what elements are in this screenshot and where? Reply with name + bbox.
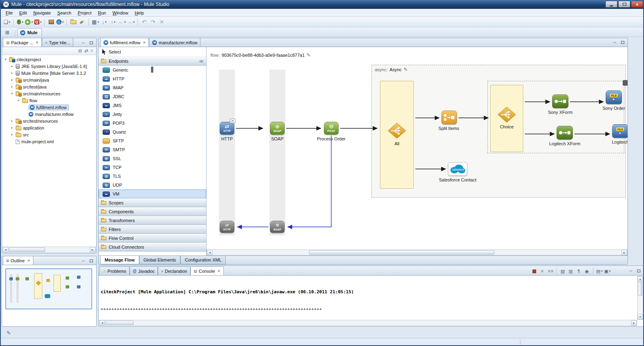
tree-item-manufacturer-mflow[interactable]: Mmanufacturer.mflow [2, 111, 96, 117]
maximize-view-icon[interactable] [88, 258, 95, 264]
expander-icon[interactable]: ▾ [10, 92, 14, 95]
tree-item-mule-runtime[interactable]: ▸Mule Runtime [Mule Server 3.1.2 [2, 70, 96, 76]
scroll-left-arrow[interactable]: ◄ [3, 247, 8, 252]
palette-category-filters[interactable]: Filters [99, 225, 206, 234]
split-items-node[interactable] [442, 111, 457, 124]
palette-category-scopes[interactable]: Scopes [99, 198, 206, 207]
tree-item-citeckproject[interactable]: ▾citeckproject [2, 56, 96, 63]
menu-edit[interactable]: Edit [16, 10, 30, 16]
palette-item-http[interactable]: HTTP [99, 74, 206, 83]
menu-help[interactable]: Help [132, 10, 147, 16]
palette-item-udp[interactable]: UDP [99, 181, 206, 189]
clear-console-icon[interactable]: ▧ [559, 268, 566, 274]
scrollbar-thumb[interactable] [105, 321, 134, 325]
palette-category-flow-control[interactable]: Flow Control [99, 234, 206, 243]
palette-item-quartz[interactable]: Quartz [99, 128, 206, 136]
close-tab-icon[interactable]: ✕ [27, 259, 30, 263]
palette-select-tool[interactable]: Select [99, 47, 206, 57]
tab-package-explorer[interactable]: ▤ Package ... ✕ [3, 38, 42, 47]
canvas-hscrollbar[interactable]: ◄ ► [206, 249, 627, 255]
delete-button[interactable]: ✕ [158, 18, 166, 27]
open-perspective-icon[interactable]: ⊞ [3, 29, 11, 37]
all-router-icon[interactable] [388, 123, 406, 139]
open-console-icon[interactable]: ▣▾ [604, 268, 611, 274]
menu-run[interactable]: Run [95, 10, 109, 16]
tab-global-elements[interactable]: Global Elements [139, 256, 181, 264]
pin-console-icon[interactable]: ◉ [583, 268, 590, 274]
tab-problems[interactable]: ⚠ Problems [99, 266, 130, 275]
debug-button[interactable]: ▾ [16, 18, 24, 27]
minimize-view-icon[interactable]: ─ [80, 258, 87, 264]
palette-category-endpoints[interactable]: Endpoints ≪ [99, 57, 206, 66]
console-vscrollbar[interactable]: ▲ ▼ [637, 276, 643, 320]
logitech-xform-node[interactable] [557, 126, 573, 140]
scroll-down-arrow[interactable]: ▼ [638, 314, 643, 319]
palette-category-cloud-connectors[interactable]: Cloud Connectors [99, 243, 206, 251]
scrollbar-thumb[interactable] [9, 247, 45, 252]
process-order-node[interactable]: ⚙ POJO [324, 122, 339, 135]
menu-project[interactable]: Project [74, 10, 95, 16]
soap-response-node[interactable]: ⊕ SOAP [270, 221, 285, 233]
tree-item-src-test-resources[interactable]: ▸src/test/resources [2, 117, 96, 124]
tab-message-flow[interactable]: Message Flow [100, 256, 139, 264]
http-response-node[interactable]: ⇄ HTTP [220, 221, 234, 233]
tree-item-mule-project-xml[interactable]: mule-project.xml [2, 138, 96, 145]
flow-canvas[interactable]: flow: 903675c0-be88-4db3-a0e9-faaae1c877… [206, 47, 627, 249]
palette-item-jdbc[interactable]: JDBC [99, 92, 206, 101]
palette-item-pop3[interactable]: POP3 [99, 119, 206, 128]
palette-item-smtp[interactable]: SMTP [99, 145, 206, 154]
expander-icon[interactable]: ▸ [10, 78, 14, 82]
terminate-icon[interactable] [530, 268, 538, 274]
tab-fufillment-mflow[interactable]: M fufillment.mflow ✕ [100, 38, 149, 47]
close-window-button[interactable]: × [631, 1, 643, 8]
palette-item-tls[interactable]: TLS [99, 172, 206, 181]
maximize-view-icon[interactable] [636, 268, 642, 274]
next-annotation-button[interactable]: ↓▾ [100, 18, 108, 27]
redo-button[interactable]: ↷ [149, 18, 157, 27]
palette-item-vm[interactable]: VM [99, 189, 206, 198]
scrollbar-thumb[interactable] [309, 250, 494, 255]
mule-perspective-button[interactable]: M Mule [17, 28, 42, 37]
package-explorer-hscrollbar[interactable]: ◄ ► [2, 247, 96, 253]
palette-category-transformers[interactable]: Transformers [99, 216, 206, 225]
minimize-view-icon[interactable]: ─ [80, 40, 87, 45]
maximize-window-button[interactable] [618, 1, 630, 8]
expander-icon[interactable]: ▸ [10, 119, 14, 123]
sony-order-node[interactable]: FILE ▸ [606, 91, 622, 104]
expander-icon[interactable]: ▾ [4, 58, 8, 61]
menu-window[interactable]: Window [109, 10, 131, 16]
scroll-right-arrow[interactable]: ► [90, 247, 95, 252]
minimize-view-icon[interactable]: ─ [627, 268, 634, 274]
search-button[interactable] [78, 18, 86, 27]
palette-item-jetty[interactable]: Jetty [99, 110, 206, 119]
palette-item-sftp[interactable]: SFTP [99, 136, 206, 145]
tree-item-src-main-resources[interactable]: ▾src/main/resources [2, 90, 96, 97]
close-tab-icon[interactable]: ✕ [143, 41, 146, 45]
menu-file[interactable]: File [2, 10, 16, 16]
prev-annotation-button[interactable]: ↑▾ [109, 18, 117, 27]
scrollbar-thumb[interactable] [638, 282, 642, 296]
tab-declaration[interactable]: ≡ Declaration [158, 266, 190, 275]
minimize-window-button[interactable]: ▂ [605, 1, 617, 8]
tab-outline[interactable]: ⊞ Outline ✕ [3, 256, 33, 265]
tab-type-hierarchy[interactable]: ≡ Type Hie... [42, 38, 73, 47]
expander-icon[interactable]: ▸ [10, 85, 14, 89]
fast-view-pencil-icon[interactable]: ✎ [6, 330, 11, 336]
tree-item-jre-library[interactable]: ▸JRE System Library [JavaSE-1.6] [2, 63, 96, 70]
maximize-view-icon[interactable] [88, 40, 95, 45]
new-mule-flow-button[interactable]: G▾ [56, 18, 64, 27]
remove-all-launches-icon[interactable]: ✕✕ [547, 268, 554, 274]
palette-category-components[interactable]: Components [99, 207, 206, 216]
palette-item-tcp[interactable]: TCP [99, 163, 206, 172]
tab-javadoc[interactable]: @ Javadoc [130, 266, 158, 275]
new-table-button[interactable]: ▦▾ [91, 18, 99, 27]
soap-component-node[interactable]: ⊕ SOAP [270, 122, 285, 135]
forward-button[interactable]: →▾ [127, 18, 135, 27]
menu-navigate[interactable]: Navigate [30, 10, 54, 16]
edit-flow-name-icon[interactable]: ✎ [307, 53, 311, 58]
tree-item-flow-folder[interactable]: ▾flow [2, 97, 96, 104]
tree-item-application[interactable]: ▸application [2, 124, 96, 131]
new-mule-project-button[interactable] [47, 18, 55, 27]
tree-item-src-main-java[interactable]: ▸src/main/java [2, 76, 96, 83]
maximize-view-icon[interactable] [619, 39, 626, 45]
